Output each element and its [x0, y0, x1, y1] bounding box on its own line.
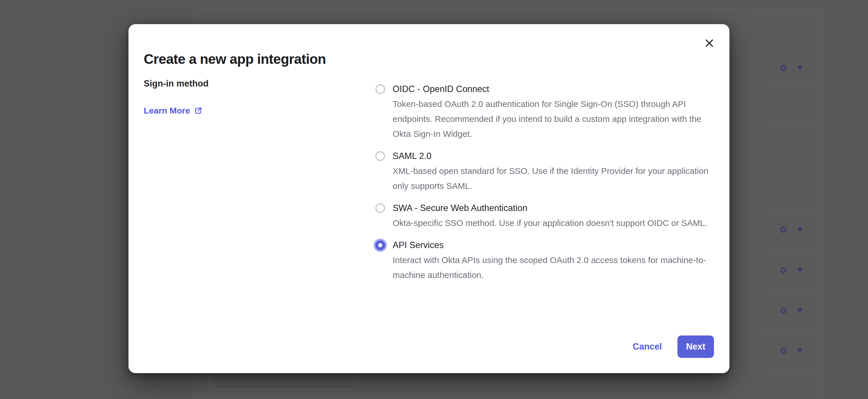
signin-method-label: Sign-in method [144, 77, 209, 90]
caret-down-icon[interactable] [797, 66, 803, 70]
row-actions [779, 64, 808, 73]
caret-down-icon[interactable] [797, 227, 803, 232]
radio-button-saml[interactable] [375, 151, 385, 161]
gear-icon[interactable] [779, 306, 788, 315]
option-label: OIDC - OpenID Connect [393, 82, 714, 97]
row-actions [779, 346, 808, 355]
cancel-button[interactable]: Cancel [632, 341, 662, 352]
gear-icon[interactable] [779, 346, 788, 355]
caret-down-icon[interactable] [797, 268, 803, 273]
option-text: OIDC - OpenID Connect Token-based OAuth … [393, 82, 714, 142]
radio-button-swa[interactable] [375, 203, 385, 213]
option-description: Okta-specific SSO method. Use if your ap… [393, 216, 714, 231]
radio-option-saml[interactable]: SAML 2.0 XML-based open standard for SSO… [375, 149, 714, 193]
dialog-title: Create a new app integration [144, 51, 326, 67]
option-label: SAML 2.0 [393, 149, 714, 163]
create-app-integration-dialog: Create a new app integration Sign-in met… [128, 24, 730, 373]
dialog-footer: Cancel Next [632, 335, 714, 358]
option-description: XML-based open standard for SSO. Use if … [393, 163, 714, 193]
option-text: API Services Interact with Okta APIs usi… [393, 238, 714, 283]
caret-down-icon[interactable] [797, 308, 803, 313]
option-label: SWA - Secure Web Authentication [393, 201, 714, 216]
radio-option-api-services[interactable]: API Services Interact with Okta APIs usi… [375, 238, 714, 283]
caret-down-icon[interactable] [797, 348, 803, 353]
gear-icon[interactable] [779, 266, 788, 275]
option-description: Interact with Okta APIs using the scoped… [393, 253, 714, 283]
row-actions [779, 225, 808, 234]
next-button[interactable]: Next [677, 335, 714, 358]
learn-more-link[interactable]: Learn More [144, 103, 202, 118]
option-label: API Services [393, 238, 714, 253]
external-link-icon [194, 106, 202, 115]
radio-option-oidc[interactable]: OIDC - OpenID Connect Token-based OAuth … [375, 82, 714, 142]
row-actions [779, 266, 808, 275]
gear-icon[interactable] [779, 64, 788, 72]
option-text: SAML 2.0 XML-based open standard for SSO… [393, 149, 714, 193]
signin-method-options: OIDC - OpenID Connect Token-based OAuth … [375, 82, 714, 283]
gear-icon[interactable] [779, 225, 788, 234]
learn-more-label: Learn More [144, 103, 190, 118]
row-actions [779, 306, 808, 315]
option-text: SWA - Secure Web Authentication Okta-spe… [393, 201, 714, 231]
radio-option-swa[interactable]: SWA - Secure Web Authentication Okta-spe… [375, 201, 714, 231]
radio-button-api-services[interactable] [375, 240, 385, 250]
radio-button-oidc[interactable] [375, 84, 385, 94]
close-button[interactable] [702, 36, 717, 51]
option-description: Token-based OAuth 2.0 authentication for… [393, 97, 714, 142]
close-icon [705, 39, 714, 48]
